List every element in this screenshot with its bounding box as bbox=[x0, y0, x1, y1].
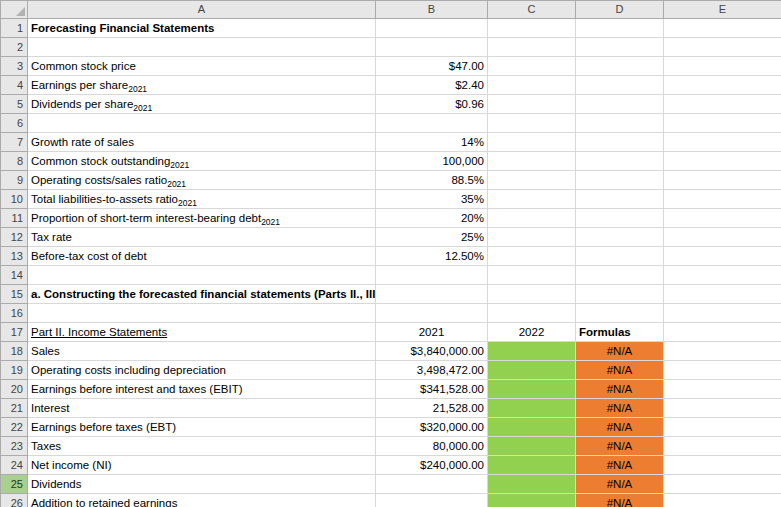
cell-E16[interactable] bbox=[664, 304, 781, 323]
cell-B11[interactable]: 20% bbox=[376, 209, 488, 228]
row-header-23[interactable]: 23 bbox=[1, 437, 28, 456]
cell-C7[interactable] bbox=[488, 133, 576, 152]
cell-B17[interactable]: 2021 bbox=[376, 323, 488, 342]
cell-E23[interactable] bbox=[664, 437, 781, 456]
cell-A6[interactable] bbox=[28, 114, 376, 133]
row-header-24[interactable]: 24 bbox=[1, 456, 28, 475]
cell-E14[interactable] bbox=[664, 266, 781, 285]
cell-E4[interactable] bbox=[664, 76, 781, 95]
cell-C23[interactable] bbox=[488, 437, 576, 456]
cell-B20[interactable]: $341,528.00 bbox=[376, 380, 488, 399]
cell-D5[interactable] bbox=[576, 95, 664, 114]
cell-C22[interactable] bbox=[488, 418, 576, 437]
cell-D18[interactable]: #N/A bbox=[576, 342, 664, 361]
cell-D13[interactable] bbox=[576, 247, 664, 266]
cell-A15[interactable]: a. Constructing the forecasted financial… bbox=[28, 285, 376, 304]
column-header-A[interactable]: A bbox=[28, 1, 376, 19]
cell-E1[interactable] bbox=[664, 19, 781, 38]
cell-C2[interactable] bbox=[488, 38, 576, 57]
cell-E20[interactable] bbox=[664, 380, 781, 399]
select-all-corner[interactable] bbox=[1, 1, 28, 19]
row-header-25[interactable]: 25 bbox=[1, 475, 28, 494]
cell-C12[interactable] bbox=[488, 228, 576, 247]
row-header-26[interactable]: 26 bbox=[1, 494, 28, 507]
cell-C14[interactable] bbox=[488, 266, 576, 285]
cell-D3[interactable] bbox=[576, 57, 664, 76]
row-header-3[interactable]: 3 bbox=[1, 57, 28, 76]
cell-B13[interactable]: 12.50% bbox=[376, 247, 488, 266]
cell-C4[interactable] bbox=[488, 76, 576, 95]
cell-B3[interactable]: $47.00 bbox=[376, 57, 488, 76]
cell-E3[interactable] bbox=[664, 57, 781, 76]
cell-B14[interactable] bbox=[376, 266, 488, 285]
cell-A16[interactable] bbox=[28, 304, 376, 323]
cell-D15[interactable] bbox=[576, 285, 664, 304]
cell-C8[interactable] bbox=[488, 152, 576, 171]
cell-A14[interactable] bbox=[28, 266, 376, 285]
cell-C17[interactable]: 2022 bbox=[488, 323, 576, 342]
cell-B7[interactable]: 14% bbox=[376, 133, 488, 152]
cell-B22[interactable]: $320,000.00 bbox=[376, 418, 488, 437]
cell-D8[interactable] bbox=[576, 152, 664, 171]
cell-D19[interactable]: #N/A bbox=[576, 361, 664, 380]
cell-D24[interactable]: #N/A bbox=[576, 456, 664, 475]
cell-D6[interactable] bbox=[576, 114, 664, 133]
cell-B6[interactable] bbox=[376, 114, 488, 133]
cell-E2[interactable] bbox=[664, 38, 781, 57]
row-header-17[interactable]: 17 bbox=[1, 323, 28, 342]
cell-B5[interactable]: $0.96 bbox=[376, 95, 488, 114]
cell-A8[interactable]: Common stock outstanding2021 bbox=[28, 152, 376, 171]
cell-E5[interactable] bbox=[664, 95, 781, 114]
cell-C1[interactable] bbox=[488, 19, 576, 38]
cell-D4[interactable] bbox=[576, 76, 664, 95]
cell-D20[interactable]: #N/A bbox=[576, 380, 664, 399]
cell-B26[interactable] bbox=[376, 494, 488, 507]
cell-C13[interactable] bbox=[488, 247, 576, 266]
cell-A17[interactable]: Part II. Income Statements bbox=[28, 323, 376, 342]
cell-D10[interactable] bbox=[576, 190, 664, 209]
cell-E9[interactable] bbox=[664, 171, 781, 190]
cell-C16[interactable] bbox=[488, 304, 576, 323]
cell-D9[interactable] bbox=[576, 171, 664, 190]
cell-D1[interactable] bbox=[576, 19, 664, 38]
cell-A7[interactable]: Growth rate of sales bbox=[28, 133, 376, 152]
cell-D23[interactable]: #N/A bbox=[576, 437, 664, 456]
cell-A19[interactable]: Operating costs including depreciation bbox=[28, 361, 376, 380]
cell-B10[interactable]: 35% bbox=[376, 190, 488, 209]
cell-C25[interactable] bbox=[488, 475, 576, 494]
row-header-20[interactable]: 20 bbox=[1, 380, 28, 399]
cell-C18[interactable] bbox=[488, 342, 576, 361]
cell-D2[interactable] bbox=[576, 38, 664, 57]
cell-D26[interactable]: #N/A bbox=[576, 494, 664, 507]
row-header-6[interactable]: 6 bbox=[1, 114, 28, 133]
cell-E26[interactable] bbox=[664, 494, 781, 507]
cell-C10[interactable] bbox=[488, 190, 576, 209]
cell-E15[interactable] bbox=[664, 285, 781, 304]
cell-E10[interactable] bbox=[664, 190, 781, 209]
row-header-12[interactable]: 12 bbox=[1, 228, 28, 247]
row-header-5[interactable]: 5 bbox=[1, 95, 28, 114]
cell-D21[interactable]: #N/A bbox=[576, 399, 664, 418]
cell-C15[interactable] bbox=[488, 285, 576, 304]
cell-C20[interactable] bbox=[488, 380, 576, 399]
cell-B8[interactable]: 100,000 bbox=[376, 152, 488, 171]
cell-E6[interactable] bbox=[664, 114, 781, 133]
cell-A12[interactable]: Tax rate bbox=[28, 228, 376, 247]
cell-D25[interactable]: #N/A bbox=[576, 475, 664, 494]
cell-C3[interactable] bbox=[488, 57, 576, 76]
cell-B24[interactable]: $240,000.00 bbox=[376, 456, 488, 475]
cell-D11[interactable] bbox=[576, 209, 664, 228]
row-header-15[interactable]: 15 bbox=[1, 285, 28, 304]
row-header-13[interactable]: 13 bbox=[1, 247, 28, 266]
cell-E17[interactable] bbox=[664, 323, 781, 342]
cell-A20[interactable]: Earnings before interest and taxes (EBIT… bbox=[28, 380, 376, 399]
row-header-8[interactable]: 8 bbox=[1, 152, 28, 171]
cell-B18[interactable]: $3,840,000.00 bbox=[376, 342, 488, 361]
cell-A25[interactable]: Dividends bbox=[28, 475, 376, 494]
row-header-1[interactable]: 1 bbox=[1, 19, 28, 38]
cell-D7[interactable] bbox=[576, 133, 664, 152]
cell-E22[interactable] bbox=[664, 418, 781, 437]
cell-E18[interactable] bbox=[664, 342, 781, 361]
row-header-9[interactable]: 9 bbox=[1, 171, 28, 190]
cell-B19[interactable]: 3,498,472.00 bbox=[376, 361, 488, 380]
